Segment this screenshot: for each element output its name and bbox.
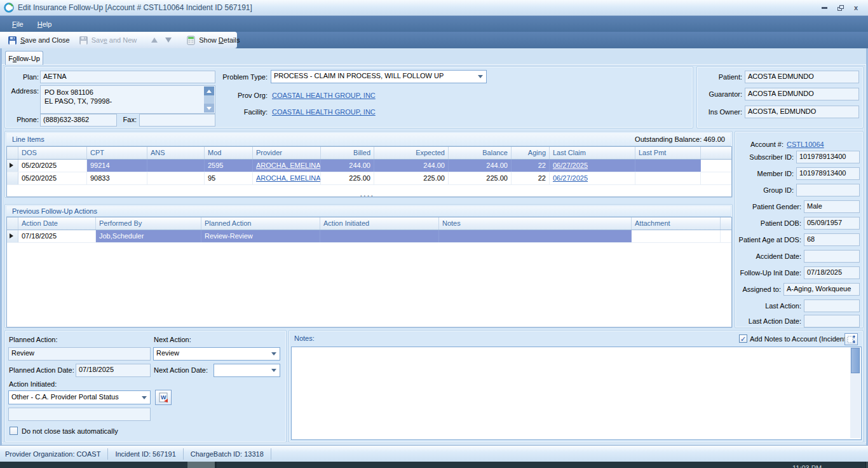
row-indicator (7, 230, 18, 242)
col-last-claim[interactable]: Last Claim (550, 147, 635, 159)
plan-field[interactable]: AETNA (40, 71, 215, 83)
plan-label: Plan: (7, 73, 39, 81)
fu-init-date-field[interactable]: 07/18/2025 (804, 266, 860, 279)
col-cpt[interactable]: CPT (87, 147, 147, 159)
menu-help[interactable]: Help (31, 18, 59, 31)
col-attachment[interactable]: Attachment (632, 217, 721, 230)
last-action-date-field[interactable] (804, 315, 860, 327)
guarantor-label: Guarantor: (699, 90, 742, 98)
member-label: Member ID: (737, 170, 794, 177)
save-and-new-button[interactable]: Save and New (74, 34, 142, 46)
menu-file[interactable]: File (5, 18, 31, 31)
action-initiated-combo[interactable]: Other - C.A. Provider Portal Status (8, 390, 151, 404)
facility-link[interactable]: COASTAL HEALTH GROUP, INC (272, 108, 376, 116)
notes-scrollbar-thumb[interactable] (851, 348, 860, 373)
col-mod[interactable]: Mod (205, 147, 253, 159)
col-last-pmt[interactable]: Last Pmt (635, 147, 701, 159)
show-details-button[interactable]: Show Details (182, 34, 244, 46)
subscriber-field[interactable]: 101978913400 (796, 151, 860, 163)
previous-action-row-1[interactable]: 07/18/2025 Job,Scheduler Review-Review (7, 230, 731, 243)
line-item-row-2[interactable]: 05/20/2025 90833 95 AROCHA, EMELINA 225.… (7, 172, 731, 185)
planned-action-date-field[interactable]: 07/18/2025 (76, 364, 151, 377)
last-action-field[interactable] (804, 299, 860, 312)
col-aging[interactable]: Aging (512, 147, 550, 159)
taskbar-app-button[interactable] (187, 462, 217, 468)
taskbar-clock[interactable]: 11:03 PM (792, 462, 837, 468)
col-ans[interactable]: ANS (147, 147, 205, 159)
accident-date-field[interactable] (804, 250, 860, 263)
col-planned-action[interactable]: Planned Action (201, 217, 320, 230)
scroll-up-icon[interactable] (204, 86, 214, 95)
patient-label: Patient: (699, 73, 742, 81)
status-bar: Provider Organization: COAST Incident ID… (0, 445, 868, 462)
next-action-combo[interactable]: Review (153, 347, 280, 361)
phone-field[interactable]: (888)632-3862 (40, 114, 117, 127)
address-scrollbar[interactable] (204, 86, 214, 113)
notes-textarea[interactable] (291, 347, 862, 440)
col-action-initiated[interactable]: Action Initiated (320, 217, 439, 230)
member-field[interactable]: 101978913400 (796, 167, 860, 180)
assigned-to-field[interactable]: A-Aging, Workqueue (783, 283, 860, 296)
col-action-date[interactable]: Action Date (18, 217, 96, 230)
provider-link[interactable]: AROCHA, EMELINA (256, 162, 320, 169)
dropdown-arrow-icon[interactable] (475, 72, 485, 81)
next-action-date-combo[interactable] (214, 364, 280, 377)
col-expected[interactable]: Expected (374, 147, 449, 159)
row-filler (701, 160, 731, 172)
notes-scrollbar[interactable] (850, 347, 860, 438)
line-item-row-1[interactable]: 05/20/2025 99214 2595 AROCHA, EMELINA 24… (7, 160, 731, 172)
insurance-group: Plan: AETNA Problem Type: PROCESS - CLAI… (5, 67, 693, 128)
last-claim-link[interactable]: 06/27/2025 (553, 162, 588, 169)
next-action-label: Next Action: (154, 336, 191, 343)
facility-label: Facility: (218, 108, 268, 116)
close-button-icon[interactable] (854, 4, 858, 11)
problem-type-combo[interactable]: PROCESS - CLAIM IN PROCESS, WILL FOLLOW … (271, 70, 487, 83)
dropdown-arrow-icon[interactable] (269, 366, 278, 375)
prov-org-link[interactable]: COASTAL HEALTH GROUP, INC (272, 92, 376, 99)
provider-link[interactable]: AROCHA, EMELINA (256, 174, 320, 182)
previous-record-icon[interactable] (151, 38, 158, 43)
problem-type-label: Problem Type: (217, 73, 268, 81)
minimize-button-icon[interactable] (822, 7, 827, 9)
action-initiated-extra-field[interactable] (8, 408, 151, 421)
col-performed-by[interactable]: Performed By (96, 217, 201, 230)
next-record-icon[interactable] (165, 38, 172, 43)
guarantor-field[interactable]: ACOSTA EDMUNDO (745, 88, 859, 100)
restore-button-icon[interactable] (837, 5, 844, 11)
planned-action-field[interactable]: Review (8, 347, 151, 361)
dropdown-arrow-icon[interactable] (139, 392, 149, 403)
word-note-button[interactable]: W (155, 390, 172, 405)
notes-group: Notes: Add Notes to Account (Incident) (289, 331, 863, 442)
col-billed[interactable]: Billed (321, 147, 374, 159)
add-notes-checkbox[interactable] (739, 334, 747, 343)
age-field[interactable]: 68 (804, 233, 860, 246)
show-desktop-button[interactable] (865, 462, 868, 468)
do-not-close-checkbox[interactable] (10, 427, 18, 435)
dob-label: Patient DOB: (737, 219, 801, 227)
col-balance[interactable]: Balance (449, 147, 512, 159)
gender-field[interactable]: Male (804, 200, 860, 213)
splitter-handle[interactable] (358, 193, 377, 199)
col-notes[interactable]: Notes (439, 217, 632, 230)
col-provider[interactable]: Provider (253, 147, 321, 159)
scroll-down-icon[interactable] (204, 104, 214, 113)
account-link[interactable]: CSTL10064 (787, 141, 824, 148)
expand-notes-button[interactable] (844, 333, 858, 345)
patient-field[interactable]: ACOSTA EDMUNDO (745, 71, 859, 83)
group-label: Group ID: (737, 186, 794, 194)
save-and-close-button[interactable]: Save and Close (3, 34, 74, 46)
group-field[interactable] (796, 184, 860, 196)
tab-follow-up[interactable]: Follow-Up (5, 51, 43, 65)
dob-field[interactable]: 05/09/1957 (804, 217, 860, 230)
dropdown-arrow-icon[interactable] (269, 349, 278, 359)
address-field[interactable]: PO Box 981106 EL PASO, TX, 79998- (40, 85, 215, 114)
fax-field[interactable] (139, 114, 215, 127)
address-label: Address: (7, 87, 39, 95)
phone-label: Phone: (7, 116, 39, 123)
last-claim-link[interactable]: 06/27/2025 (553, 174, 588, 182)
cell-billed: 244.00 (321, 160, 374, 172)
window-title: Edit Insurance Follow-Up [Account # CSTL… (18, 3, 252, 12)
col-dos[interactable]: DOS (18, 147, 87, 159)
ins-owner-field[interactable]: ACOSTA, EDMUNDO (745, 106, 859, 118)
assigned-to-label: Assigned to: (737, 286, 781, 293)
